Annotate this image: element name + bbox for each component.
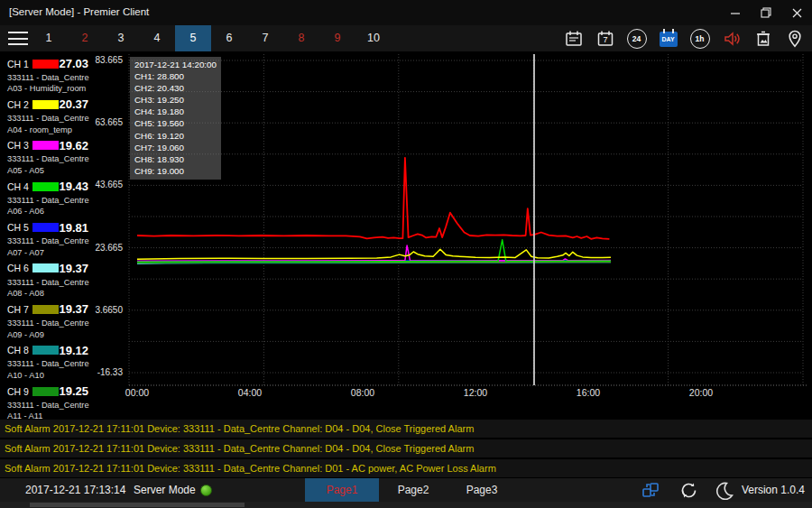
trend-chart[interactable] [0, 51, 812, 420]
tab-2[interactable]: 2 [67, 25, 103, 51]
channel-id: CH 3 [7, 140, 32, 151]
channel-item-6[interactable]: CH 619.37333111 - Data_CentreA08 - A08 [0, 260, 90, 300]
channel-value: 19.12 [59, 344, 88, 357]
tab-4[interactable]: 4 [139, 25, 175, 51]
channel-item-3[interactable]: CH 319.62333111 - Data_CentreA05 - A05 [0, 137, 90, 178]
calendar-week-button[interactable]: 7 [589, 25, 621, 51]
close-button[interactable] [781, 0, 812, 25]
page-tab-page2[interactable]: Page2 [379, 478, 448, 502]
tab-3[interactable]: 3 [103, 25, 139, 51]
hour-1h-icon: 1h [690, 29, 710, 49]
tooltip-line: CH4: 19.180 [134, 106, 221, 117]
channel-color-swatch [32, 346, 59, 355]
y-tick-label: -16.33 [88, 367, 123, 377]
channel-point: A10 - A10 [7, 371, 90, 380]
alarm-row[interactable]: Soft Alarm 2017-12-21 17:11:01 Device: 3… [0, 420, 812, 438]
y-tick-label: 23.665 [88, 243, 123, 253]
x-tick-label: 12:00 [464, 387, 487, 398]
tab-5[interactable]: 5 [175, 25, 211, 51]
channel-color-swatch [32, 387, 59, 396]
tab-10[interactable]: 10 [355, 25, 392, 51]
channel-device: 333111 - Data_Centre [7, 319, 90, 328]
channel-value: 20.37 [59, 97, 88, 111]
channel-device: 333111 - Data_Centre [7, 359, 90, 368]
channel-value: 19.43 [59, 180, 88, 193]
calendar-week-icon: 7 [595, 29, 615, 49]
minimize-button[interactable] [720, 0, 751, 25]
calendar-month-icon [564, 29, 584, 49]
tooltip-line: CH3: 19.250 [134, 94, 221, 106]
channel-device: 333111 - Data_Centre [7, 73, 90, 82]
channel-item-1[interactable]: CH 127.03333111 - Data_CentreA03 - Humid… [0, 55, 90, 96]
tooltip-line: CH2: 20.430 [134, 82, 221, 94]
channel-device: 333111 - Data_Centre [7, 196, 90, 205]
tab-bar: 12345678910 7 24 [0, 25, 812, 51]
sync-button[interactable] [678, 481, 698, 499]
channel-color-swatch [32, 263, 59, 272]
svg-text:7: 7 [603, 35, 607, 44]
channel-item-4[interactable]: CH 419.43333111 - Data_CentreA06 - A06 [0, 178, 90, 218]
restore-button[interactable] [751, 0, 781, 25]
page-layout-button[interactable] [641, 481, 660, 499]
x-tick-label: 00:00 [125, 387, 149, 398]
channel-device: 333111 - Data_Centre [7, 114, 90, 123]
channel-item-2[interactable]: CH 220.37333111 - Data_CentreA04 - room_… [0, 96, 90, 136]
channel-point: A03 - Humidity_room [7, 84, 90, 93]
tooltip-timestamp: 2017-12-21 14:20:00 [134, 59, 221, 70]
channel-id: CH 1 [7, 59, 32, 69]
channel-color-swatch [32, 60, 59, 69]
channel-item-9[interactable]: CH 919.25333111 - Data_CentreA11 - A11 [0, 383, 90, 423]
tooltip-line: CH6: 19.120 [134, 130, 221, 142]
channel-value: 19.81 [59, 221, 88, 235]
tab-9[interactable]: 9 [319, 25, 355, 51]
y-tick-label: 63.665 [88, 117, 123, 127]
channel-id: CH 8 [7, 345, 32, 356]
channel-point: A07 - A07 [7, 248, 90, 257]
menu-button[interactable] [8, 32, 28, 45]
location-icon [785, 29, 805, 49]
clear-image-button[interactable] [747, 25, 779, 51]
channel-id: CH 7 [7, 304, 32, 315]
page-tabs: Page1Page2Page3 [305, 478, 516, 502]
tab-1[interactable]: 1 [31, 25, 67, 51]
channel-item-7[interactable]: CH 719.37333111 - Data_CentreA09 - A09 [0, 300, 90, 341]
tooltip-line: CH5: 19.560 [134, 117, 221, 129]
channel-value: 19.25 [59, 384, 88, 398]
channel-point: A09 - A09 [7, 330, 90, 339]
scrollbar-thumb[interactable] [30, 503, 245, 507]
x-tick-label: 16:00 [577, 387, 600, 398]
tab-8[interactable]: 8 [283, 25, 319, 51]
channel-color-swatch [32, 141, 59, 150]
channel-device: 333111 - Data_Centre [7, 401, 90, 410]
page-tab-page1[interactable]: Page1 [305, 478, 379, 502]
channel-item-5[interactable]: CH 519.81333111 - Data_CentreA07 - A07 [0, 219, 90, 260]
channel-item-8[interactable]: CH 819.12333111 - Data_CentreA10 - A10 [0, 342, 90, 383]
channel-id: CH 9 [7, 386, 32, 397]
channel-value: 19.37 [59, 302, 88, 316]
tab-6[interactable]: 6 [211, 25, 247, 51]
horizontal-scrollbar[interactable] [0, 502, 812, 508]
alarm-list: Soft Alarm 2017-12-21 17:11:01 Device: 3… [0, 420, 812, 478]
channel-device: 333111 - Data_Centre [7, 278, 90, 287]
calendar-month-button[interactable] [558, 25, 589, 51]
calendar-day-button[interactable]: DAY [652, 25, 684, 51]
page-layout-icon [641, 481, 660, 499]
tab-7[interactable]: 7 [247, 25, 283, 51]
channel-legend-panel: CH 127.03333111 - Data_CentreA03 - Humid… [0, 55, 90, 424]
window-title: [Server Mode] - Premier Client [9, 6, 149, 17]
location-button[interactable] [779, 25, 810, 51]
connection-status-indicator [200, 485, 212, 496]
x-tick-label: 04:00 [238, 387, 262, 398]
night-mode-button[interactable] [714, 481, 734, 499]
x-tick-label: 20:00 [689, 387, 713, 398]
alarm-row[interactable]: Soft Alarm 2017-12-21 17:11:01 Device: 3… [0, 459, 812, 477]
hours-24-button[interactable]: 24 [621, 25, 652, 51]
page-tab-page3[interactable]: Page3 [448, 478, 516, 502]
hour-1h-button[interactable]: 1h [684, 25, 715, 51]
app-window: [Server Mode] - Premier Client [0, 0, 812, 508]
alarm-row[interactable]: Soft Alarm 2017-12-21 17:11:01 Device: 3… [0, 439, 812, 457]
channel-id: CH 2 [7, 99, 32, 110]
channel-value: 19.62 [59, 139, 88, 152]
channel-id: CH 6 [7, 263, 32, 273]
alarm-sound-button[interactable] [715, 25, 747, 51]
